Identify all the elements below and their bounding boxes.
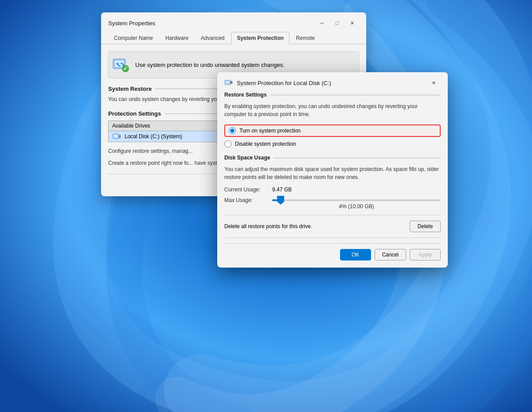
sp-dialog-titlebar: System Protection for Local Disk (C:) ✕ bbox=[217, 72, 448, 92]
tabs-bar: Computer Name Hardware Advanced System P… bbox=[101, 28, 366, 44]
svg-text:✓: ✓ bbox=[123, 66, 128, 72]
close-button[interactable]: ✕ bbox=[345, 18, 359, 28]
sp-dialog-close-button[interactable]: ✕ bbox=[426, 78, 441, 88]
restore-settings-title: Restore Settings bbox=[224, 92, 441, 98]
sp-dialog-icon bbox=[224, 79, 233, 86]
disk-desc: You can adjust the maximum disk space us… bbox=[224, 165, 441, 181]
delete-label: Delete all restore points for this drive… bbox=[224, 223, 312, 229]
sp-apply-button[interactable]: Apply bbox=[410, 249, 441, 260]
max-usage-row: Max Usage: bbox=[224, 197, 441, 203]
sp-dialog-title: System Protection for Local Disk (C:) bbox=[237, 80, 331, 86]
turn-on-label: Turn on system protection bbox=[239, 128, 301, 134]
tab-hardware[interactable]: Hardware bbox=[160, 32, 194, 44]
tab-advanced[interactable]: Advanced bbox=[195, 32, 230, 44]
bottom-divider bbox=[224, 237, 441, 238]
svg-rect-8 bbox=[113, 135, 118, 138]
delete-button[interactable]: Delete bbox=[410, 221, 441, 232]
sp-dialog-bottom-buttons: OK Cancel Apply bbox=[224, 243, 441, 260]
max-usage-label: Max Usage: bbox=[224, 197, 269, 203]
tab-remote[interactable]: Remote bbox=[290, 32, 321, 44]
restore-icon: ✓ bbox=[112, 55, 130, 74]
system-properties-titlebar: System Properties ─ □ ✕ bbox=[101, 12, 366, 28]
current-usage-row: Current Usage: 9.47 GB bbox=[224, 187, 441, 193]
svg-rect-12 bbox=[231, 81, 232, 84]
turn-on-option[interactable]: Turn on system protection bbox=[224, 124, 441, 137]
sp-cancel-button[interactable]: Cancel bbox=[375, 249, 406, 260]
turn-on-radio[interactable] bbox=[229, 127, 236, 134]
drive-name: Local Disk (C:) (System) bbox=[125, 133, 182, 140]
restore-settings-desc: By enabling system protection, you can u… bbox=[224, 102, 441, 118]
sp-dialog-content: Restore Settings By enabling system prot… bbox=[217, 92, 448, 268]
max-usage-slider[interactable] bbox=[272, 199, 441, 201]
sp-ok-button[interactable]: OK bbox=[340, 249, 371, 260]
disk-space-title: Disk Space Usage bbox=[224, 155, 441, 161]
sp-title-left: System Protection for Local Disk (C:) bbox=[224, 79, 331, 86]
current-usage-label: Current Usage: bbox=[224, 187, 269, 193]
tab-computer-name[interactable]: Computer Name bbox=[108, 32, 159, 44]
current-usage-value: 9.47 GB bbox=[272, 187, 292, 193]
divider bbox=[224, 215, 441, 215]
disable-radio[interactable] bbox=[224, 140, 231, 148]
system-properties-title: System Properties bbox=[108, 20, 155, 27]
svg-rect-9 bbox=[119, 135, 121, 138]
disable-option[interactable]: Disable system protection bbox=[224, 140, 441, 148]
svg-rect-11 bbox=[226, 81, 230, 84]
delete-row: Delete all restore points for this drive… bbox=[224, 221, 441, 232]
disk-space-section: Disk Space Usage You can adjust the maxi… bbox=[224, 155, 441, 210]
maximize-button[interactable]: □ bbox=[330, 18, 344, 28]
info-text: Use system protection to undo unwanted s… bbox=[135, 62, 285, 68]
minimize-button[interactable]: ─ bbox=[315, 18, 329, 28]
disable-label: Disable system protection bbox=[235, 141, 296, 147]
window-controls: ─ □ ✕ bbox=[315, 18, 359, 28]
tab-system-protection[interactable]: System Protection bbox=[231, 32, 289, 44]
restore-settings-section: Restore Settings By enabling system prot… bbox=[224, 92, 441, 148]
sp-local-disk-dialog: System Protection for Local Disk (C:) ✕ … bbox=[217, 72, 448, 268]
drive-icon bbox=[112, 133, 121, 140]
